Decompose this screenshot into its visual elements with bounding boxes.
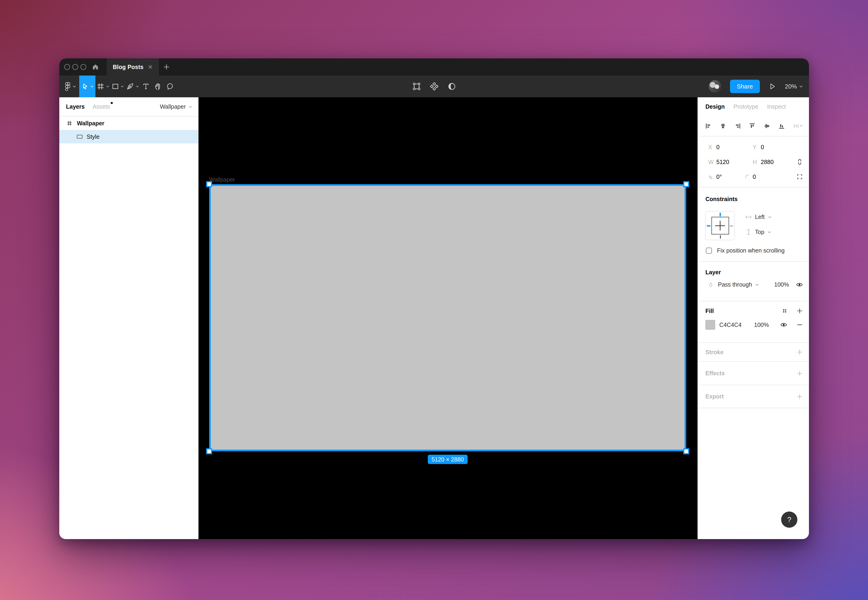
document-tab[interactable]: Blog Posts (107, 58, 159, 76)
selection-handle-top-left[interactable] (206, 181, 212, 187)
tab-layers[interactable]: Layers (66, 103, 85, 110)
constraints-widget[interactable] (705, 211, 735, 240)
zoom-window-button[interactable] (80, 64, 86, 70)
align-right-button[interactable] (734, 123, 741, 129)
y-input[interactable]: 0 (761, 144, 786, 151)
tab-design[interactable]: Design (705, 103, 724, 110)
align-bottom-button[interactable] (778, 123, 785, 129)
constraints-title: Constraints (705, 196, 803, 203)
add-export-icon[interactable] (797, 393, 803, 400)
selection-handle-top-right[interactable] (683, 181, 689, 187)
fill-hex-input[interactable]: C4C4C4 (719, 321, 754, 328)
effects-title: Effects (705, 370, 724, 377)
layer-row-wallpaper[interactable]: Wallpaper (59, 117, 198, 130)
new-tab-button[interactable] (159, 58, 174, 76)
layer-name: Style (87, 133, 100, 140)
width-input[interactable]: 5120 (716, 159, 753, 165)
rectangle-layer-icon (77, 135, 82, 138)
use-as-mask-button[interactable] (447, 76, 457, 97)
add-fill-icon[interactable] (797, 308, 803, 314)
align-horizontal-center-icon (720, 123, 726, 129)
frame-tool-button[interactable] (95, 76, 110, 97)
chevron-down-icon (768, 216, 772, 218)
align-right-icon (734, 123, 741, 129)
tab-prototype[interactable]: Prototype (733, 103, 758, 110)
remove-fill-icon[interactable] (797, 321, 803, 328)
left-sidebar: Layers Assets Wallpaper (59, 97, 198, 539)
horizontal-constraint-icon (745, 214, 752, 220)
blend-mode-dropdown[interactable]: Pass through (718, 281, 752, 288)
fill-styles-icon[interactable] (781, 308, 788, 314)
independent-corners-toggle[interactable] (797, 174, 803, 180)
selection-handle-bottom-right[interactable] (683, 448, 689, 454)
visibility-eye-icon[interactable] (796, 282, 803, 288)
fill-opacity-input[interactable]: 100% (754, 321, 780, 328)
hand-tool-button[interactable] (152, 76, 164, 97)
rotation-input[interactable]: 0° (716, 174, 744, 180)
tab-inspect[interactable]: Inspect (767, 103, 786, 110)
main-menu-button[interactable] (59, 76, 79, 97)
comment-tool-button[interactable] (164, 76, 176, 97)
rotation-row: 0° 0 (708, 169, 803, 184)
horizontal-constraint-value: Left (755, 214, 765, 220)
divider (697, 408, 809, 408)
text-tool-button[interactable] (140, 76, 152, 97)
constrain-proportions-toggle[interactable] (797, 158, 803, 165)
add-effect-icon[interactable] (797, 370, 803, 377)
vertical-constraint-dropdown[interactable]: Top (745, 229, 771, 235)
assets-notification-dot (111, 102, 113, 104)
canvas[interactable]: Wallpaper 5120 × 2880 (198, 97, 697, 539)
constraint-left-active[interactable] (707, 225, 711, 227)
home-button[interactable] (88, 58, 103, 76)
corner-radius-input[interactable]: 0 (753, 174, 778, 180)
align-vertical-center-button[interactable] (764, 123, 771, 129)
close-tab-icon[interactable] (148, 64, 153, 70)
user-avatar[interactable] (709, 80, 721, 92)
x-input[interactable]: 0 (716, 144, 753, 151)
fill-color-swatch[interactable] (705, 320, 715, 330)
constraint-bottom-inactive[interactable] (720, 235, 721, 239)
layer-section: Layer Pass through 100% (697, 262, 809, 301)
shape-tool-button[interactable] (110, 76, 125, 97)
distribute-more-button[interactable] (793, 123, 803, 129)
edit-object-icon (412, 82, 421, 91)
layer-opacity-input[interactable]: 100% (774, 281, 789, 288)
layer-row-style-selected[interactable]: Style (59, 130, 198, 143)
constraint-right-inactive[interactable] (730, 226, 733, 226)
minimize-window-button[interactable] (72, 64, 78, 70)
chevron-down-icon (106, 85, 109, 88)
effects-section: Effects (697, 362, 809, 385)
chevron-down-icon (755, 283, 759, 286)
move-tool-button[interactable] (79, 76, 95, 97)
create-component-button[interactable] (429, 76, 439, 97)
move-tool-icon (81, 83, 89, 90)
pen-tool-button[interactable] (125, 76, 140, 97)
home-icon (92, 64, 99, 70)
left-sidebar-header: Layers Assets Wallpaper (59, 97, 198, 116)
visibility-eye-icon[interactable] (780, 322, 787, 327)
close-window-button[interactable] (64, 64, 70, 70)
align-horizontal-center-button[interactable] (720, 123, 726, 129)
selected-rectangle[interactable] (209, 184, 686, 451)
help-button[interactable]: ? (781, 512, 797, 528)
add-stroke-icon[interactable] (797, 349, 803, 355)
y-label: Y (753, 144, 761, 151)
height-input[interactable]: 2880 (761, 159, 786, 165)
tab-assets-label: Assets (93, 103, 110, 110)
width-label: W (708, 159, 716, 165)
fix-position-checkbox[interactable] (706, 248, 712, 254)
edit-object-button[interactable] (412, 76, 421, 97)
align-top-button[interactable] (749, 123, 756, 129)
constraint-top-active[interactable] (720, 213, 721, 217)
toolbar-selection-actions (412, 76, 457, 97)
present-icon[interactable] (769, 83, 776, 90)
fix-position-row: Fix position when scrolling (706, 247, 785, 254)
horizontal-constraint-dropdown[interactable]: Left (745, 214, 772, 220)
tab-assets[interactable]: Assets (93, 103, 110, 110)
align-left-button[interactable] (705, 123, 712, 129)
zoom-level-dropdown[interactable]: 20% (785, 83, 803, 90)
canvas-frame-label[interactable]: Wallpaper (209, 176, 235, 183)
share-button[interactable]: Share (730, 80, 760, 93)
selection-handle-bottom-left[interactable] (206, 448, 212, 454)
page-selector-dropdown[interactable]: Wallpaper (160, 103, 192, 110)
